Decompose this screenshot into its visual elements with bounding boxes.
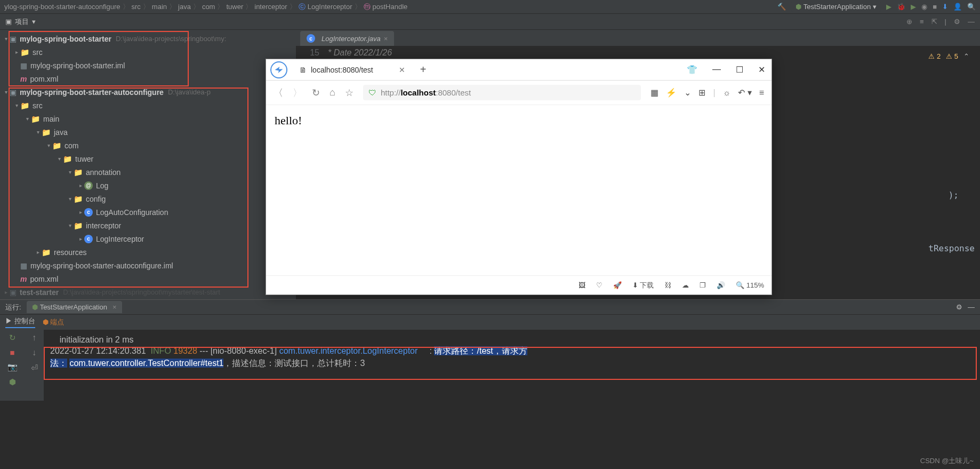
breadcrumb-part[interactable]: tuwer — [226, 3, 243, 11]
link-icon[interactable]: ⛓ — [664, 281, 671, 289]
project-tree[interactable]: ▾▣mylog-spring-boot-starterD:\java\idea-… — [0, 30, 296, 299]
tree-file[interactable]: ▦mylog-spring-boot-starter.iml — [0, 59, 296, 72]
speaker-icon[interactable]: 🔊 — [717, 281, 725, 289]
stop-icon[interactable]: ■ — [933, 3, 937, 11]
chevron-down-icon[interactable]: ▾ — [32, 18, 36, 26]
gear-icon[interactable]: ⚙ — [954, 18, 960, 26]
tabs-icon[interactable]: ❐ — [700, 281, 706, 289]
url-bar[interactable]: 🛡 http://localhost:8080/test — [363, 85, 641, 100]
tree-module[interactable]: ▾▣mylog-spring-boot-starterD:\java\idea-… — [0, 32, 296, 45]
chevron-down-icon[interactable]: ⌄ — [684, 88, 691, 98]
breadcrumb[interactable]: ylog-spring-boot-starter-autoconfigure〉 … — [4, 2, 407, 12]
theme-icon[interactable]: ☼ — [723, 88, 731, 98]
git-icon[interactable]: ⬇ — [942, 3, 948, 11]
project-panel-title[interactable]: 项目 — [15, 17, 29, 27]
collapse-icon[interactable]: ⇱ — [931, 18, 937, 26]
breadcrumb-part[interactable]: java — [178, 3, 191, 11]
tree-package[interactable]: ▾📁annotation — [0, 165, 296, 179]
download-icon[interactable]: ⬇ 下载 — [632, 281, 654, 290]
tree-file[interactable]: mpom.xml — [0, 72, 296, 85]
close-icon[interactable]: × — [384, 35, 388, 43]
browser-tab[interactable]: 🗎 localhost:8080/test ✕ — [295, 66, 409, 74]
debug-icon[interactable]: 🐞 — [897, 3, 905, 11]
cloud-icon[interactable]: ☁ — [682, 281, 689, 289]
camera-icon[interactable]: 📷 — [7, 362, 18, 372]
tree-file[interactable]: ▦mylog-spring-boot-starter-autoconfigure… — [0, 259, 296, 272]
menu-icon[interactable]: ≡ — [759, 88, 764, 98]
breadcrumb-part[interactable]: src — [132, 3, 141, 11]
home-icon[interactable]: ⌂ — [330, 87, 335, 98]
down-icon[interactable]: ↓ — [32, 348, 36, 357]
undo-icon[interactable]: ↶ ▾ — [738, 88, 751, 98]
breadcrumb-part[interactable]: postHandle — [373, 3, 408, 11]
image-icon[interactable]: 🖼 — [579, 281, 585, 289]
forward-icon[interactable]: 〉 — [293, 86, 302, 99]
warning-icon[interactable]: ⚠ 5 — [946, 52, 958, 60]
minimize-icon[interactable]: — — [710, 62, 723, 77]
wrap-icon[interactable]: ⏎ — [31, 363, 38, 373]
hide-icon[interactable]: — — [968, 303, 975, 311]
expand-icon[interactable]: ≡ — [920, 18, 924, 26]
breadcrumb-part[interactable]: interceptor — [254, 3, 287, 11]
breadcrumb-part[interactable]: com — [202, 3, 215, 11]
project-panel-header: ▣ 项目 ▾ ⊕ ≡ ⇱ | ⚙ — — [0, 14, 980, 30]
rerun-icon[interactable]: ↻ — [9, 333, 16, 343]
tree-folder[interactable]: ▸📁resources — [0, 245, 296, 259]
apps-icon[interactable]: ⊞ — [698, 88, 705, 98]
close-icon[interactable]: × — [113, 303, 117, 311]
tree-file[interactable]: mpom.xml — [0, 272, 296, 285]
avatar-icon[interactable]: 👤 — [953, 3, 962, 11]
tree-folder[interactable]: ▾📁java — [0, 125, 296, 139]
tree-folder[interactable]: ▾📁src — [0, 99, 296, 112]
console-tab[interactable]: ▶ 控制台 — [5, 316, 35, 328]
run-tab[interactable]: ⬢ TestStarterApplication × — [27, 301, 122, 313]
tree-class[interactable]: ▸cLogInterceptor — [0, 232, 296, 245]
warning-icon[interactable]: ⚠ 2 — [928, 52, 941, 60]
star-icon[interactable]: ☆ — [345, 87, 354, 99]
tree-package[interactable]: ▾📁config — [0, 192, 296, 205]
editor-tab[interactable]: c LogInterceptor.java × — [300, 31, 394, 46]
new-tab-button[interactable]: + — [420, 63, 427, 76]
zoom-level[interactable]: 🔍 115% — [736, 281, 764, 289]
close-icon[interactable]: ✕ — [399, 66, 405, 74]
stop-icon[interactable]: ■ — [10, 348, 14, 357]
tree-package[interactable]: ▾📁tuwer — [0, 152, 296, 165]
run-label: 运行: — [5, 303, 21, 312]
maximize-icon[interactable]: ☐ — [734, 62, 745, 77]
heart-icon[interactable]: ♡ — [596, 281, 603, 289]
up-icon[interactable]: ↑ — [32, 333, 36, 343]
chevron-icon[interactable]: ⌃ — [963, 52, 969, 60]
run-icon[interactable]: ▶ — [886, 3, 891, 11]
breadcrumb-part[interactable]: main — [152, 3, 167, 11]
tree-folder[interactable]: ▾📁main — [0, 112, 296, 125]
tree-package[interactable]: ▾📁interceptor — [0, 219, 296, 232]
hide-icon[interactable]: — — [968, 18, 975, 26]
flash-icon[interactable]: ⚡ — [666, 88, 677, 98]
tree-folder[interactable]: ▸📁src — [0, 45, 296, 59]
layout-icon[interactable]: ⬢ — [9, 377, 16, 387]
breadcrumb-part[interactable]: ylog-spring-boot-starter-autoconfigure — [4, 3, 121, 11]
build-icon[interactable]: 🔨 — [777, 3, 786, 11]
coverage-icon[interactable]: ▶ — [911, 3, 916, 11]
qr-icon[interactable]: ▦ — [650, 88, 658, 98]
breadcrumb-part[interactable]: LogInterceptor — [308, 3, 352, 11]
tree-class[interactable]: ▸@Log — [0, 179, 296, 192]
tree-class[interactable]: ▸cLogAutoConfiguration — [0, 205, 296, 219]
folder-icon: ▣ — [5, 18, 12, 26]
run-config-selector[interactable]: ⬢TestStarterApplication▾ — [791, 2, 881, 12]
tree-module[interactable]: ▾▣mylog-spring-boot-starter-autoconfigur… — [0, 85, 296, 99]
screenshot-icon[interactable]: 👕 — [685, 62, 700, 77]
back-icon[interactable]: 〈 — [274, 86, 283, 99]
reload-icon[interactable]: ↻ — [312, 87, 320, 99]
tree-module[interactable]: ▸▣test-starterD:\java\idea-projects\spri… — [0, 285, 296, 299]
gear-icon[interactable]: ⚙ — [956, 303, 962, 311]
rocket-icon[interactable]: 🚀 — [613, 281, 622, 289]
editor-inspections[interactable]: ⚠ 2 ⚠ 5 ⌃ — [928, 52, 969, 60]
profile-icon[interactable]: ◉ — [921, 3, 927, 11]
console-output[interactable]: initialization in 2 ms 2022-01-27 12:14:… — [44, 330, 980, 401]
close-icon[interactable]: ✕ — [756, 62, 767, 77]
locate-icon[interactable]: ⊕ — [906, 18, 912, 26]
tree-package[interactable]: ▾📁com — [0, 139, 296, 152]
endpoints-tab[interactable]: ⬢ 端点 — [43, 317, 65, 327]
search-icon[interactable]: 🔍 — [967, 3, 976, 11]
